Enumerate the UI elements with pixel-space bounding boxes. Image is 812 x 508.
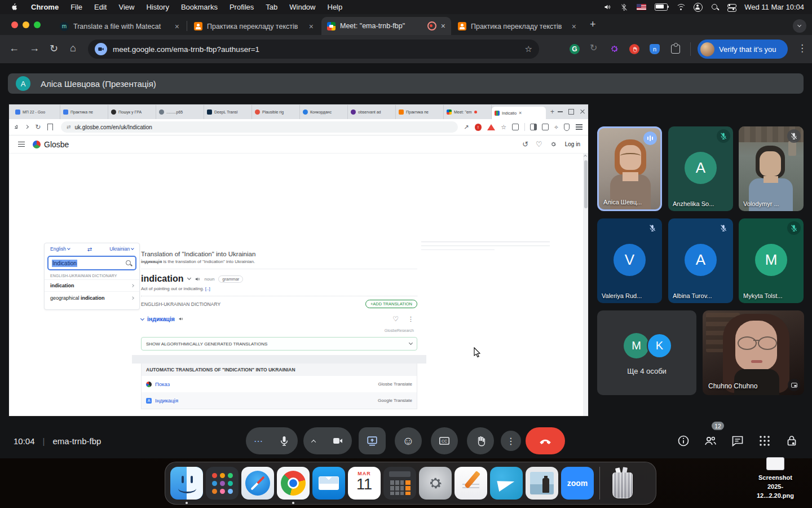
present-button[interactable] — [359, 427, 386, 454]
mini-tab-8[interactable]: Практика пе — [396, 105, 444, 119]
profile-verify-button[interactable]: Verify that it's you — [698, 40, 788, 59]
end-call-button[interactable] — [526, 427, 565, 454]
pronounce-icon[interactable] — [195, 276, 201, 282]
mini-sidebar-icon[interactable] — [530, 124, 537, 130]
shared-screen-window[interactable]: МП 22 - Goo Практика пе Пошук у ГРА ....… — [9, 104, 588, 416]
tile-mykyta[interactable]: M Mykyta Tolst... — [739, 218, 804, 303]
camera-icon[interactable] — [332, 435, 343, 446]
tile-chuhno[interactable]: Chuhno Chuhno — [703, 310, 804, 395]
tile-volodymyr[interactable]: Volodymyr ... — [739, 126, 804, 211]
dock-chrome-icon[interactable] — [277, 467, 310, 500]
add-translation-button[interactable]: +ADD TRANSLATION — [365, 300, 417, 308]
auto-translation-word[interactable]: Індикація — [155, 397, 178, 404]
mini-wand-icon[interactable]: ✧ — [554, 124, 558, 130]
mini-new-tab-button[interactable]: + — [550, 108, 554, 116]
control-center-icon[interactable] — [727, 4, 736, 11]
menu-bookmarks[interactable]: Bookmarks — [181, 3, 218, 11]
volume-icon[interactable] — [603, 3, 612, 11]
audio-options-icon[interactable]: ⋯ — [254, 436, 263, 446]
shield-extension-icon[interactable]: n — [650, 44, 660, 54]
activities-button[interactable] — [758, 434, 771, 448]
adblock-extension-icon[interactable] — [629, 44, 639, 54]
dock-trash-icon[interactable] — [606, 467, 638, 500]
tab-close-icon[interactable]: × — [175, 22, 179, 31]
apple-menu-icon[interactable] — [10, 3, 19, 12]
page-scrollbar[interactable] — [583, 154, 588, 416]
sync-extension-icon[interactable]: ↻ — [590, 42, 597, 53]
tab-classroom-2[interactable]: Практика перекладу текстів × — [452, 17, 582, 35]
tile-overflow-others[interactable]: M K Ще 4 особи — [597, 310, 696, 395]
mic-icon[interactable] — [279, 435, 290, 446]
mini-tab-5[interactable]: Plausible rig — [252, 105, 300, 119]
dock-calculator-icon[interactable] — [383, 467, 416, 500]
translation-word[interactable]: індикація — [147, 316, 175, 322]
bluetooth-off-icon[interactable] — [620, 3, 628, 11]
translation-pronounce-icon[interactable] — [178, 316, 184, 322]
mini-tab-3[interactable]: .........p65 — [156, 105, 204, 119]
mini-tab-6[interactable]: Конкорданс — [300, 105, 348, 119]
translation-more-icon[interactable]: ⋮ — [408, 316, 414, 323]
host-controls-button[interactable] — [785, 434, 798, 448]
mini-triangle-alert-icon[interactable] — [487, 124, 495, 130]
traffic-close-button[interactable] — [11, 21, 18, 28]
tile-alisa[interactable]: Аліса Шевц... — [597, 126, 662, 211]
back-button[interactable]: ← — [9, 42, 19, 54]
input-language-flag-icon[interactable] — [637, 4, 646, 10]
scrollbar-thumb[interactable] — [584, 160, 588, 208]
glosbe-brand[interactable]: Glosbe — [44, 140, 69, 149]
forward-button[interactable]: → — [29, 42, 39, 54]
extensions-puzzle-icon[interactable] — [671, 45, 680, 54]
auto-translation-word[interactable]: Показ — [155, 381, 170, 387]
dock-zoom-icon[interactable]: zoom — [561, 467, 594, 500]
meeting-info-button[interactable] — [677, 434, 690, 448]
suggestion-indication[interactable]: indication — [45, 279, 139, 291]
wifi-icon[interactable] — [676, 4, 685, 10]
auto-translation-row[interactable]: AІндикація Google Translate — [142, 392, 417, 409]
tab-matecat[interactable]: m Translate a file with Matecat × — [54, 17, 185, 35]
mic-button-group[interactable]: ⋯ — [246, 427, 298, 454]
mini-tab-close-icon[interactable]: × — [519, 110, 522, 116]
menu-tab[interactable]: Tab — [266, 3, 277, 11]
mini-tab-active[interactable]: Indicatio× — [492, 107, 546, 119]
new-tab-button[interactable]: + — [590, 19, 596, 30]
like-translation-icon[interactable]: ♡ — [392, 315, 399, 323]
menubar-clock[interactable]: Wed 11 Mar 10:04 — [744, 3, 804, 11]
mini-close-button[interactable] — [577, 105, 588, 119]
menu-history[interactable]: History — [146, 3, 169, 11]
chrome-menu-icon[interactable]: ⋮ — [797, 42, 807, 54]
captions-button[interactable] — [431, 427, 458, 454]
omnibox[interactable]: meet.google.com/ema-trnb-fbp?authuser=1 … — [88, 40, 539, 59]
raise-hand-button[interactable] — [467, 427, 494, 454]
dock-settings-icon[interactable] — [419, 467, 452, 500]
desktop-screenshot-file[interactable]: Screenshot 2025-12...2.20.png — [750, 457, 801, 501]
dock-photo-stack-icon[interactable] — [526, 467, 558, 500]
suggestion-geographical-indication[interactable]: geographical indication — [45, 291, 139, 304]
mini-forward-icon[interactable] — [25, 125, 29, 129]
dock-launchpad-icon[interactable] — [206, 467, 239, 500]
mini-tab-4[interactable]: DeepL Transl — [204, 105, 252, 119]
camera-button-group[interactable] — [303, 427, 352, 454]
tile-valeriya[interactable]: V Valeriya Rud... — [597, 218, 662, 303]
reactions-button[interactable]: ☺ — [395, 427, 422, 454]
purple-gear-extension-icon[interactable] — [609, 43, 620, 54]
mini-box-icon[interactable] — [512, 124, 519, 130]
mini-tab-7[interactable]: observant ad — [348, 105, 396, 119]
mini-tab-9[interactable]: Meet: "em — [444, 105, 492, 119]
menu-edit[interactable]: Edit — [94, 3, 107, 11]
chat-button[interactable] — [731, 434, 744, 448]
definition-more-link[interactable]: [..] — [205, 286, 210, 291]
collapse-translation-icon[interactable] — [140, 316, 144, 320]
grammar-badge[interactable]: grammar — [218, 275, 243, 283]
tab-close-icon[interactable]: × — [441, 21, 445, 30]
dock-safari-icon[interactable] — [241, 467, 274, 500]
glosbe-favorites-icon[interactable]: ♡ — [536, 140, 542, 148]
reload-button[interactable]: ↻ — [50, 42, 58, 55]
mini-bookmark-icon[interactable] — [47, 124, 53, 130]
grammarly-extension-icon[interactable]: G — [570, 44, 580, 54]
dock-mail-icon[interactable] — [312, 467, 345, 500]
mini-url-field[interactable]: ⇄ uk.glosbe.com/en/uk/Indication — [61, 121, 458, 133]
menubar-app-name[interactable]: Chrome — [31, 3, 59, 11]
dock-finder-icon[interactable] — [170, 467, 203, 500]
mini-tab-1[interactable]: Практика пе — [60, 105, 108, 119]
menu-help[interactable]: Help — [328, 3, 343, 11]
